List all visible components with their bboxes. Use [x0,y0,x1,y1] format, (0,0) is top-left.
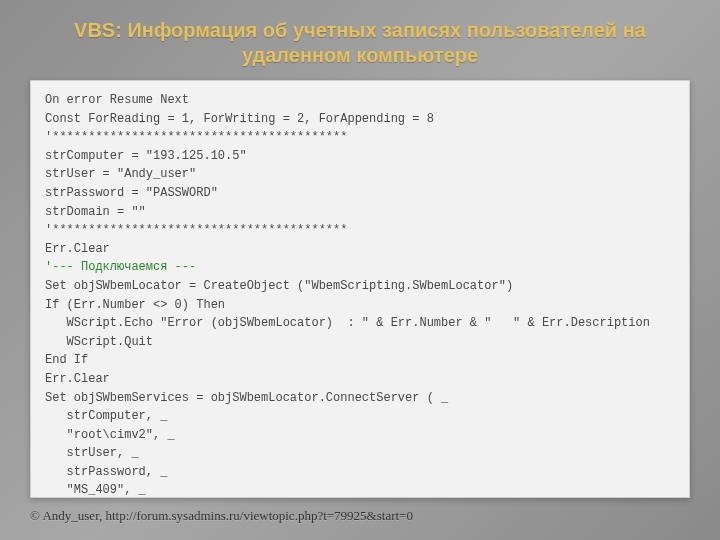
code-line: "root\cimv2", _ [45,426,675,445]
code-line: Err.Clear [45,240,675,259]
title-prefix: VBS: [74,19,122,41]
code-line: WScript.Echo "Error (objSWbemLocator) : … [45,314,675,333]
code-line: "MS_409", _ [45,481,675,498]
code-line: End If [45,351,675,370]
title-rest: Информация об учетных записях пользовате… [122,19,646,66]
code-line: strPassword = "PASSWORD" [45,184,675,203]
code-line: strUser = "Andy_user" [45,165,675,184]
code-block: On error Resume NextConst ForReading = 1… [30,80,690,498]
code-line: strUser, _ [45,444,675,463]
code-line: On error Resume Next [45,91,675,110]
footer-credit: © Andy_user, http://forum.sysadmins.ru/v… [30,508,690,524]
code-line: strComputer = "193.125.10.5" [45,147,675,166]
code-line: '***************************************… [45,128,675,147]
code-line: If (Err.Number <> 0) Then [45,296,675,315]
code-line: Const ForReading = 1, ForWriting = 2, Fo… [45,110,675,129]
code-line: strDomain = "" [45,203,675,222]
page-title: VBS: Информация об учетных записях польз… [30,18,690,68]
code-line: WScript.Quit [45,333,675,352]
code-line: Err.Clear [45,370,675,389]
code-line: strPassword, _ [45,463,675,482]
slide: VBS: Информация об учетных записях польз… [0,0,720,540]
code-line: Set objSWbemLocator = CreateObject ("Wbe… [45,277,675,296]
code-line: '--- Подключаемся --- [45,258,675,277]
code-line: strComputer, _ [45,407,675,426]
code-line: Set objSWbemServices = objSWbemLocator.C… [45,389,675,408]
code-line: '***************************************… [45,221,675,240]
